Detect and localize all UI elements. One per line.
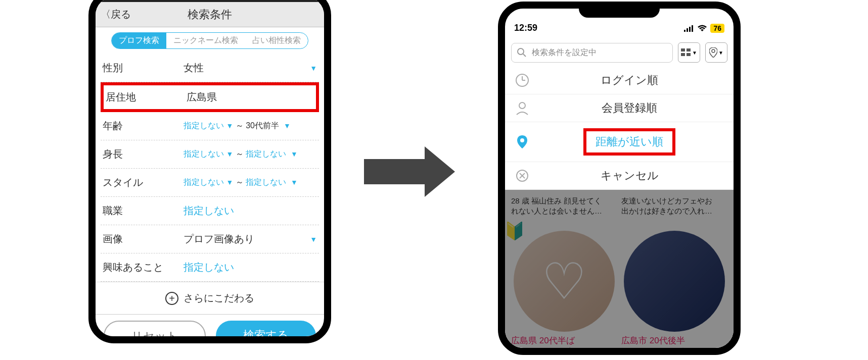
heart-scribble-icon: ♡ bbox=[514, 231, 615, 332]
height-label: 身長 bbox=[103, 147, 184, 161]
status-time: 12:59 bbox=[514, 23, 537, 33]
search-type-tabs: プロフ検索 ニックネーム検索 占い相性検索 bbox=[111, 32, 308, 49]
user-icon bbox=[512, 100, 532, 116]
battery-level: 76 bbox=[710, 24, 724, 33]
plus-icon: + bbox=[165, 292, 178, 305]
arrow-icon bbox=[364, 146, 455, 197]
row-age[interactable]: 年齢 指定しない ▼ ～ 30代前半 ▼ bbox=[101, 112, 319, 140]
residence-label: 居住地 bbox=[106, 90, 187, 104]
result-card[interactable]: 広島市 20代後半 いいね見ないので話しかけ てくれたら気付きます✨… bbox=[619, 226, 729, 355]
more-conditions-button[interactable]: + さらにこだわる bbox=[96, 282, 324, 314]
sort-login-order[interactable]: ログイン順 bbox=[505, 67, 734, 94]
svg-rect-7 bbox=[687, 48, 691, 52]
row-residence[interactable]: 居住地 広島県 bbox=[101, 82, 319, 112]
back-label: 戻る bbox=[111, 8, 131, 21]
image-value: プロフ画像あり bbox=[184, 232, 310, 246]
clock-icon bbox=[512, 73, 532, 88]
svg-rect-9 bbox=[687, 53, 691, 56]
results-grid: 28 歳 福山住み 顔見せてく れない人とは会いません… 友達いないけどカフェや… bbox=[505, 190, 734, 355]
sort-register-order[interactable]: 会員登録順 bbox=[505, 94, 734, 122]
gender-value: 女性 bbox=[184, 61, 310, 75]
sort-cancel-label: キャンセル bbox=[532, 168, 726, 183]
result-card[interactable]: 28 歳 福山住み 顔見せてく れない人とは会いません… bbox=[509, 194, 619, 218]
page-title: 検索条件 bbox=[188, 7, 232, 22]
location-button[interactable]: ▼ bbox=[705, 42, 727, 63]
back-button[interactable]: 〈 戻る bbox=[101, 8, 131, 21]
tab-profile-search[interactable]: プロフ検索 bbox=[112, 33, 166, 48]
avatar bbox=[624, 231, 725, 332]
card-location: 広島市 20代後半 bbox=[621, 336, 685, 345]
svg-rect-6 bbox=[681, 48, 685, 52]
svg-point-4 bbox=[518, 48, 524, 55]
card-desc: いいね見ないので話しかけ てくれたら気付きます✨… bbox=[621, 346, 727, 355]
svg-point-14 bbox=[519, 102, 525, 109]
avatar: ♡ bbox=[514, 231, 615, 332]
image-label: 画像 bbox=[103, 232, 184, 246]
phone-search-conditions: 〈 戻る 検索条件 プロフ検索 ニックネーム検索 占い相性検索 性別 女性 ▼ … bbox=[88, 0, 331, 343]
reset-button[interactable]: リセット bbox=[104, 321, 206, 343]
sort-login-label: ログイン順 bbox=[532, 73, 726, 88]
status-bar: 12:59 76 bbox=[505, 18, 734, 38]
grid-view-button[interactable]: ▼ bbox=[678, 42, 700, 63]
job-label: 職業 bbox=[103, 204, 184, 218]
result-card[interactable]: 友達いないけどカフェやお 出かけは好きなので入れ… bbox=[619, 194, 729, 218]
interest-label: 興味あること bbox=[103, 261, 184, 274]
svg-point-15 bbox=[520, 138, 524, 142]
search-placeholder: 検索条件を設定中 bbox=[532, 47, 597, 58]
gender-label: 性別 bbox=[103, 61, 184, 75]
svg-rect-3 bbox=[692, 25, 693, 32]
row-image[interactable]: 画像 プロフ画像あり ▼ bbox=[101, 225, 319, 253]
svg-point-10 bbox=[712, 49, 715, 53]
tab-nickname-search[interactable]: ニックネーム検索 bbox=[166, 33, 245, 48]
search-button[interactable]: 検索する bbox=[216, 321, 316, 343]
card-desc: はじめまして！ 恋人探しで はありません😄 居住地も… bbox=[511, 346, 617, 355]
beginner-badge-icon: 🔰 bbox=[504, 221, 525, 241]
row-gender[interactable]: 性別 女性 ▼ bbox=[101, 54, 319, 82]
wifi-icon bbox=[697, 25, 707, 32]
style-label: スタイル bbox=[103, 176, 184, 189]
row-job[interactable]: 職業 指定しない bbox=[101, 197, 319, 225]
chevron-down-icon: ▼ bbox=[310, 235, 317, 243]
card-desc: 28 歳 福山住み 顔見せてく れない人とは会いません… bbox=[511, 196, 617, 216]
sort-distance-order[interactable]: 距離が近い順 bbox=[505, 122, 734, 162]
close-icon bbox=[512, 169, 532, 182]
svg-rect-2 bbox=[689, 27, 691, 32]
sort-register-label: 会員登録順 bbox=[532, 100, 726, 116]
result-card[interactable]: ♡ 広島県 20代半ば はじめまして！ 恋人探しで はありません😄 居住地も… bbox=[509, 226, 619, 355]
svg-rect-8 bbox=[681, 53, 685, 56]
svg-line-5 bbox=[523, 54, 526, 57]
pin-icon bbox=[512, 134, 532, 149]
svg-rect-1 bbox=[687, 28, 688, 32]
nav-bar: 〈 戻る 検索条件 bbox=[96, 2, 324, 27]
card-desc: 友達いないけどカフェやお 出かけは好きなので入れ… bbox=[621, 196, 727, 216]
age-label: 年齢 bbox=[103, 119, 184, 133]
residence-value: 広島県 bbox=[187, 90, 314, 104]
svg-rect-0 bbox=[684, 30, 686, 32]
card-location: 広島県 20代半ば bbox=[511, 336, 575, 345]
row-height[interactable]: 身長 指定しない ▼ ～ 指定しない ▼ bbox=[101, 140, 319, 169]
sort-cancel[interactable]: キャンセル bbox=[505, 162, 734, 190]
phone-sort-options: 12:59 76 検索条件を設定中 ▼ ▼ bbox=[498, 2, 741, 355]
more-label: さらにこだわる bbox=[184, 291, 254, 305]
row-style[interactable]: スタイル 指定しない ▼ ～ 指定しない ▼ bbox=[101, 169, 319, 197]
job-value: 指定しない bbox=[184, 204, 317, 218]
tab-fortune-search[interactable]: 占い相性検索 bbox=[245, 33, 308, 48]
row-interest[interactable]: 興味あること 指定しない bbox=[101, 253, 319, 282]
sort-distance-label: 距離が近い順 bbox=[583, 128, 675, 156]
search-input[interactable]: 検索条件を設定中 bbox=[511, 43, 673, 63]
signal-icon bbox=[684, 25, 694, 32]
search-icon bbox=[517, 47, 527, 58]
chevron-left-icon: 〈 bbox=[101, 8, 111, 21]
chevron-down-icon: ▼ bbox=[310, 64, 317, 72]
interest-value: 指定しない bbox=[184, 261, 317, 274]
